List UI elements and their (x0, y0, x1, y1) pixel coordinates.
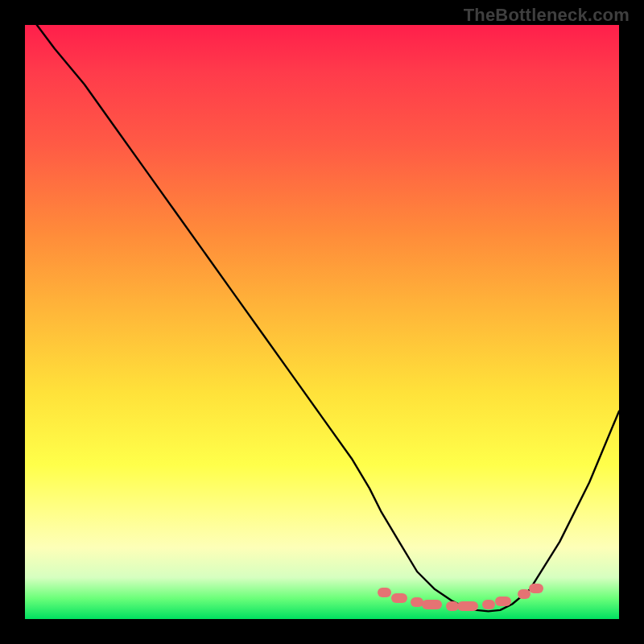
highlight-dash (482, 600, 495, 609)
highlight-dash (529, 584, 543, 593)
curve-layer (25, 25, 619, 619)
highlight-dash (457, 601, 478, 611)
highlight-dash (391, 593, 408, 603)
highlight-dash (378, 588, 390, 597)
highlight-dash (495, 597, 510, 606)
bottleneck-curve (37, 25, 619, 611)
chart-frame: TheBottleneck.com (0, 0, 644, 644)
highlight-dash (518, 589, 530, 599)
highlight-dash (422, 600, 443, 609)
plot-area (25, 25, 619, 619)
watermark-text: TheBottleneck.com (464, 5, 630, 26)
